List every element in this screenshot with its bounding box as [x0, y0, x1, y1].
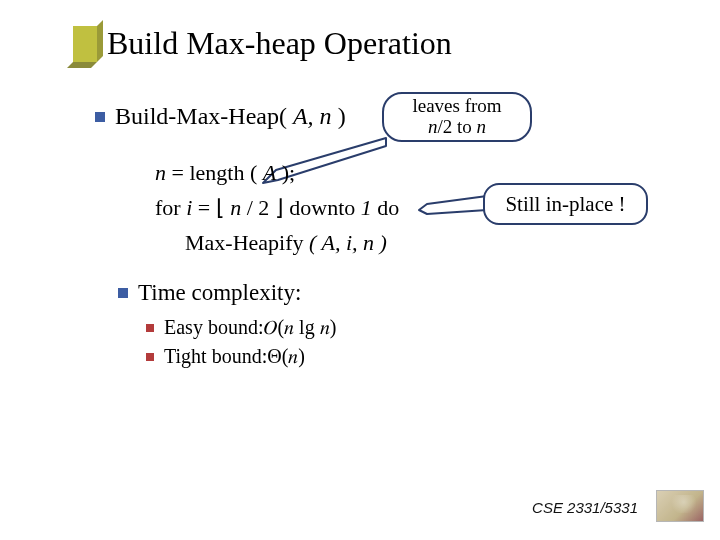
title-accent-bar — [73, 26, 97, 62]
complexity-heading-row: Time complexity: — [118, 280, 336, 306]
algo-line-2: for i = ⌊ n / 2 ⌋ downto 1 do — [155, 191, 399, 224]
algo-args-open: ( — [304, 230, 322, 255]
leaves-mid: /2 to — [437, 116, 476, 137]
bullet-icon — [146, 353, 154, 361]
tight-bound-math: Θ(𝑛) — [267, 345, 305, 368]
bullet-icon — [95, 112, 105, 122]
bullet-icon — [146, 324, 154, 332]
algo-div2: / 2 — [247, 195, 275, 220]
algo-line-1: n = length ( A ); — [155, 156, 399, 189]
algo-args: A, i, n — [321, 230, 374, 255]
footer-logo — [656, 490, 704, 522]
build-heap-heading: Build-Max-Heap( A, n ) — [95, 103, 346, 130]
algo-line-3: Max-Heapify ( A, i, n ) — [185, 226, 399, 259]
build-label-post: ) — [332, 103, 346, 129]
algo-one: 1 — [361, 195, 372, 220]
floor-open-icon: ⌊ — [216, 191, 225, 224]
slide-title: Build Max-heap Operation — [107, 25, 452, 62]
leaves-line1: leaves from — [412, 96, 501, 117]
floor-close-icon: ⌋ — [275, 191, 284, 224]
algorithm-block: n = length ( A ); for i = ⌊ n / 2 ⌋ down… — [155, 156, 399, 259]
easy-bound-label: Easy bound: — [164, 316, 263, 339]
algo-do: do — [372, 195, 400, 220]
algo-A: A — [263, 160, 276, 185]
algo-maxheapify: Max-Heapify — [185, 230, 304, 255]
algo-l1-post: ); — [276, 160, 295, 185]
slide: Build Max-heap Operation Build-Max-Heap(… — [0, 0, 720, 540]
complexity-heading: Time complexity: — [138, 280, 301, 306]
complexity-block: Time complexity: Easy bound: 𝑂(𝑛 lg 𝑛) T… — [118, 280, 336, 368]
algo-downto: downto — [284, 195, 361, 220]
slide-title-wrap: Build Max-heap Operation — [73, 25, 452, 62]
leaves-callout: leaves from n/2 to n — [382, 92, 532, 142]
complexity-sublist: Easy bound: 𝑂(𝑛 lg 𝑛) Tight bound: Θ(𝑛) — [146, 316, 336, 368]
algo-eq: = — [192, 195, 215, 220]
leaves-n2: n — [477, 116, 487, 137]
easy-bound-row: Easy bound: 𝑂(𝑛 lg 𝑛) — [146, 316, 336, 339]
footer-course-code: CSE 2331/5331 — [532, 499, 638, 516]
leaves-line2: n/2 to n — [428, 117, 486, 138]
easy-bound-math: 𝑂(𝑛 lg 𝑛) — [263, 316, 336, 339]
algo-args-close: ) — [374, 230, 387, 255]
tight-bound-row: Tight bound: Θ(𝑛) — [146, 345, 336, 368]
build-label-pre: Build-Max-Heap( — [115, 103, 293, 129]
build-args: A, n — [293, 103, 332, 129]
algo-for: for — [155, 195, 186, 220]
algo-n2: n — [225, 195, 247, 220]
inplace-text: Still in-place ! — [505, 192, 625, 217]
bullet-icon — [118, 288, 128, 298]
inplace-callout: Still in-place ! — [483, 183, 648, 225]
algo-l1-mid: = length ( — [166, 160, 263, 185]
tight-bound-label: Tight bound: — [164, 345, 267, 368]
algo-n: n — [155, 160, 166, 185]
